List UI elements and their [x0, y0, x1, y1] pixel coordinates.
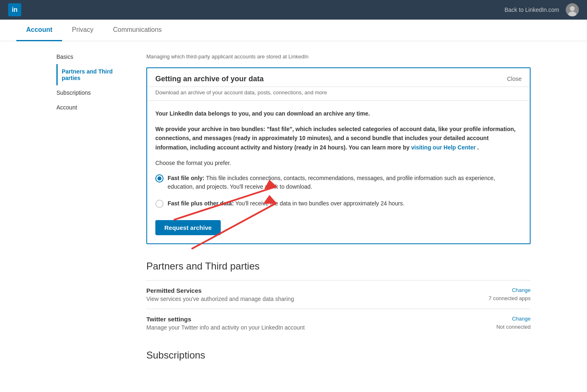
archive-box: Getting an archive of your data Close Do… [146, 67, 531, 245]
topbar-right: Back to LinkedIn.com [504, 3, 579, 16]
archive-box-title: Getting an archive of your data [155, 75, 264, 83]
twitter-settings-left: Twitter settings Manage your Twitter inf… [146, 316, 305, 331]
radio-fast-file-only[interactable]: Fast file only: This file includes conne… [155, 174, 522, 191]
archive-box-body: Your LinkedIn data belongs to you, and y… [147, 101, 530, 244]
sidebar-item-subscriptions[interactable]: Subscriptions [56, 85, 130, 100]
partners-section: Partners and Third parties Permitted Ser… [146, 261, 531, 337]
topbar: in Back to LinkedIn.com [0, 0, 587, 20]
nav-communications[interactable]: Communications [103, 20, 171, 41]
permitted-services-status: 7 connected apps [488, 295, 531, 301]
permitted-services-change-link[interactable]: Change [488, 287, 531, 293]
twitter-settings-status: Not connected [496, 324, 531, 330]
sidebar-item-partners[interactable]: Partners and Third parties [56, 64, 130, 85]
twitter-settings-desc: Manage your Twitter info and activity on… [146, 324, 305, 331]
avatar[interactable] [566, 3, 579, 16]
sidebar-item-account[interactable]: Account [56, 100, 130, 115]
archive-close-button[interactable]: Close [507, 76, 522, 82]
permitted-services-title: Permitted Services [146, 287, 294, 294]
help-center-link[interactable]: visiting our Help Center [411, 144, 476, 151]
twitter-settings-title: Twitter settings [146, 316, 305, 323]
back-to-linkedin-link[interactable]: Back to LinkedIn.com [504, 7, 559, 13]
twitter-settings-row: Twitter settings Manage your Twitter inf… [146, 309, 531, 337]
permitted-services-left: Permitted Services View services you've … [146, 287, 294, 302]
radio-fast-file-plus-text: Fast file plus other data: You'll receiv… [168, 199, 404, 208]
request-archive-button[interactable]: Request archive [155, 220, 221, 235]
archive-body-text-2-post: . [477, 144, 479, 151]
permitted-services-desc: View services you've authorized and mana… [146, 296, 294, 302]
radio-fast-file-plus-icon[interactable] [155, 200, 164, 208]
archive-box-subtitle: Download an archive of your account data… [147, 87, 530, 101]
radio-fast-file-text: Fast file only: This file includes conne… [168, 174, 522, 191]
sidebar-item-basics[interactable]: Basics [56, 49, 130, 64]
linkedin-logo-icon: in [8, 3, 21, 16]
avatar-icon [566, 3, 579, 16]
permitted-services-right: Change 7 connected apps [488, 287, 531, 301]
twitter-settings-right: Change Not connected [496, 316, 531, 330]
format-label: Choose the format you prefer. [155, 158, 522, 167]
svg-point-1 [570, 6, 575, 11]
layout: Basics Partners and Third parties Subscr… [48, 41, 539, 369]
archive-box-header: Getting an archive of your data Close [147, 68, 530, 87]
twitter-settings-change-link[interactable]: Change [496, 316, 531, 322]
subscriptions-title: Subscriptions [146, 350, 531, 361]
top-partial-text: Managing which third-party applicant acc… [146, 49, 531, 67]
radio-fast-file-icon[interactable] [155, 174, 164, 183]
main-nav: Account Privacy Communications [0, 20, 587, 41]
sidebar: Basics Partners and Third parties Subscr… [48, 49, 138, 361]
radio-fast-file-plus[interactable]: Fast file plus other data: You'll receiv… [155, 199, 522, 208]
nav-account[interactable]: Account [16, 20, 62, 41]
permitted-services-row: Permitted Services View services you've … [146, 280, 531, 309]
main-content: Managing which third-party applicant acc… [138, 49, 539, 361]
nav-privacy[interactable]: Privacy [62, 20, 103, 41]
archive-body-text-1: Your LinkedIn data belongs to you, and y… [155, 109, 522, 118]
archive-body-text-2: We provide your archive in two bundles: … [155, 125, 522, 152]
topbar-left: in [8, 3, 21, 16]
partners-section-title: Partners and Third parties [146, 261, 531, 272]
